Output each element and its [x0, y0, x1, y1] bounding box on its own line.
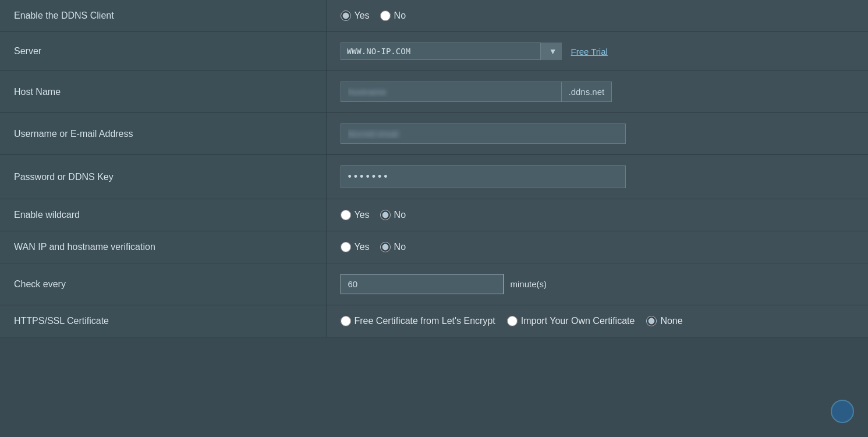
username-label: Username or E-mail Address	[0, 113, 326, 155]
hostname-label: Host Name	[0, 71, 326, 113]
wan-ip-no-text: No	[394, 242, 406, 252]
wan-ip-label: WAN IP and hostname verification	[0, 231, 326, 263]
wan-ip-row: WAN IP and hostname verification Yes No	[0, 231, 868, 263]
wildcard-row: Enable wildcard Yes No	[0, 199, 868, 231]
enable-ddns-no-radio[interactable]	[380, 10, 391, 21]
password-label: Password or DDNS Key	[0, 155, 326, 199]
password-input[interactable]	[341, 165, 626, 188]
password-value	[326, 155, 868, 199]
server-select-wrapper: WWW.NO-IP.COM DynDNS Custom ▼	[341, 43, 562, 60]
username-value	[326, 113, 868, 155]
check-every-wrap: minute(s)	[341, 274, 855, 294]
server-row: Server WWW.NO-IP.COM DynDNS Custom ▼ Fre…	[0, 32, 868, 71]
wildcard-yes-label[interactable]: Yes	[341, 210, 370, 220]
wildcard-no-radio[interactable]	[380, 210, 391, 220]
https-free-cert-text: Free Certificate from Let's Encrypt	[355, 316, 495, 326]
check-every-input[interactable]	[341, 274, 504, 294]
enable-ddns-yes-text: Yes	[355, 10, 370, 21]
enable-ddns-yes-label[interactable]: Yes	[341, 10, 370, 21]
https-free-cert-label[interactable]: Free Certificate from Let's Encrypt	[341, 316, 495, 326]
free-trial-link[interactable]: Free Trial	[571, 47, 608, 57]
enable-ddns-no-text: No	[394, 10, 406, 21]
minutes-label: minute(s)	[511, 279, 547, 289]
https-ssl-label: HTTPS/SSL Certificate	[0, 305, 326, 337]
server-label: Server	[0, 32, 326, 71]
hostname-value: .ddns.net	[326, 71, 868, 113]
hostname-input-wrap: .ddns.net	[341, 82, 855, 102]
ddns-settings-table: Enable the DDNS Client Yes No Server WWW	[0, 0, 868, 337]
https-ssl-value: Free Certificate from Let's Encrypt Impo…	[326, 305, 868, 337]
wildcard-no-label[interactable]: No	[380, 210, 406, 220]
https-ssl-radio-group: Free Certificate from Let's Encrypt Impo…	[341, 316, 855, 326]
wildcard-yes-text: Yes	[355, 210, 370, 220]
wildcard-no-text: No	[394, 210, 406, 220]
hostname-input[interactable]	[341, 82, 562, 102]
enable-ddns-no-label[interactable]: No	[380, 10, 406, 21]
https-import-cert-label[interactable]: Import Your Own Certificate	[507, 316, 635, 326]
enable-ddns-radio-group: Yes No	[341, 10, 855, 21]
enable-ddns-row: Enable the DDNS Client Yes No	[0, 0, 868, 32]
check-every-label: Check every	[0, 263, 326, 305]
check-every-value: minute(s)	[326, 263, 868, 305]
wildcard-yes-radio[interactable]	[341, 210, 351, 220]
wan-ip-radio-group: Yes No	[341, 242, 855, 252]
server-value: WWW.NO-IP.COM DynDNS Custom ▼ Free Trial	[326, 32, 868, 71]
wildcard-label: Enable wildcard	[0, 199, 326, 231]
wan-ip-yes-label[interactable]: Yes	[341, 242, 370, 252]
https-import-cert-text: Import Your Own Certificate	[521, 316, 635, 326]
username-row: Username or E-mail Address	[0, 113, 868, 155]
enable-ddns-label: Enable the DDNS Client	[0, 0, 326, 32]
enable-ddns-value: Yes No	[326, 0, 868, 32]
wildcard-radio-group: Yes No	[341, 210, 855, 220]
check-every-row: Check every minute(s)	[0, 263, 868, 305]
hostname-suffix: .ddns.net	[562, 82, 612, 102]
enable-ddns-yes-radio[interactable]	[341, 10, 351, 21]
server-select[interactable]: WWW.NO-IP.COM DynDNS Custom	[341, 43, 562, 60]
https-ssl-row: HTTPS/SSL Certificate Free Certificate f…	[0, 305, 868, 337]
wan-ip-value: Yes No	[326, 231, 868, 263]
https-none-radio[interactable]	[646, 316, 657, 326]
hostname-row: Host Name .ddns.net	[0, 71, 868, 113]
username-input[interactable]	[341, 124, 626, 144]
server-select-wrap: WWW.NO-IP.COM DynDNS Custom ▼ Free Trial	[341, 43, 855, 60]
wan-ip-no-label[interactable]: No	[380, 242, 406, 252]
wan-ip-yes-radio[interactable]	[341, 242, 351, 252]
https-free-cert-radio[interactable]	[341, 316, 351, 326]
password-row: Password or DDNS Key	[0, 155, 868, 199]
wildcard-value: Yes No	[326, 199, 868, 231]
https-none-label[interactable]: None	[646, 316, 682, 326]
https-import-cert-radio[interactable]	[507, 316, 518, 326]
wan-ip-no-radio[interactable]	[380, 242, 391, 252]
wan-ip-yes-text: Yes	[355, 242, 370, 252]
https-none-text: None	[660, 316, 682, 326]
